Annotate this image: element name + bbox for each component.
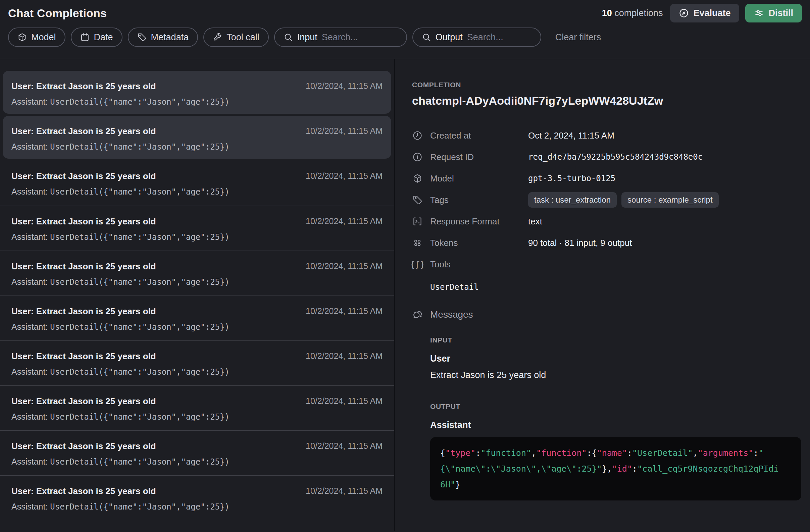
item-timestamp: 10/2/2024, 11:15 AM — [306, 486, 383, 496]
output-section-label: OUTPUT — [430, 402, 800, 411]
output-search-field[interactable] — [467, 32, 532, 43]
item-user-text: User: Extract Jason is 25 years old — [12, 441, 229, 451]
item-assistant-prefix: Assistant: — [12, 322, 48, 331]
sliders-icon — [754, 8, 764, 18]
filter-model-button[interactable]: Model — [8, 28, 65, 47]
user-message-text: Extract Jason is 25 years old — [430, 370, 800, 380]
item-assistant-prefix: Assistant: — [12, 97, 48, 106]
completion-list-item[interactable]: User: Extract Jason is 25 years old Assi… — [0, 340, 394, 385]
item-assistant-text: Assistant: UserDetail({"name":"Jason","a… — [12, 97, 229, 107]
tool-name: UserDetail — [430, 282, 800, 292]
user-role-label: User — [430, 353, 800, 364]
completion-list-item[interactable]: User: Extract Jason is 25 years old Assi… — [0, 385, 394, 430]
completion-list-item[interactable]: User: Extract Jason is 25 years old Assi… — [0, 251, 394, 296]
distill-button-label: Distill — [768, 8, 793, 18]
item-assistant-text: Assistant: UserDetail({"name":"Jason","a… — [12, 187, 229, 197]
completion-list-item[interactable]: User: Extract Jason is 25 years old Assi… — [0, 71, 394, 116]
request-id-value: req_d4e7ba759225b595c584243d9c848e0c — [528, 152, 703, 162]
page-title: Chat Completions — [8, 7, 107, 20]
tag-badge: source : example_script — [621, 192, 718, 207]
search-icon — [284, 33, 293, 42]
input-search-label: Input — [297, 32, 318, 43]
completion-list-item[interactable]: User: Extract Jason is 25 years old Assi… — [0, 296, 394, 340]
item-user-text: User: Extract Jason is 25 years old — [12, 261, 229, 272]
item-timestamp: 10/2/2024, 11:15 AM — [306, 396, 383, 406]
item-assistant-prefix: Assistant: — [12, 367, 48, 376]
clear-filters-link[interactable]: Clear filters — [555, 32, 601, 43]
output-search-pill[interactable]: Output — [412, 28, 541, 47]
compass-icon — [679, 8, 689, 18]
distill-button[interactable]: Distill — [745, 4, 802, 22]
request-id-label: Request ID — [430, 152, 474, 162]
response-format-label: Response Format — [430, 216, 500, 227]
item-assistant-code: UserDetail({"name":"Jason","age":25}) — [50, 187, 229, 197]
tokens-label: Tokens — [430, 238, 458, 248]
item-assistant-prefix: Assistant: — [12, 412, 48, 421]
completion-list-item[interactable]: User: Extract Jason is 25 years old Assi… — [0, 161, 394, 205]
created-at-value: Oct 2, 2024, 11:15 AM — [528, 131, 614, 141]
item-assistant-prefix: Assistant: — [12, 277, 48, 286]
completion-list-item[interactable]: User: Extract Jason is 25 years old Assi… — [0, 475, 394, 520]
completion-list-item[interactable]: User: Extract Jason is 25 years old Assi… — [0, 430, 394, 475]
filter-tool-call-label: Tool call — [226, 32, 259, 43]
model-label: Model — [430, 173, 454, 184]
function-braces-icon: {ƒ} — [412, 260, 423, 269]
prop-tags: Tags task : user_extraction source : exa… — [412, 189, 800, 211]
item-timestamp: 10/2/2024, 11:15 AM — [306, 261, 383, 271]
filter-metadata-label: Metadata — [151, 32, 189, 43]
item-assistant-prefix: Assistant: — [12, 232, 48, 242]
prop-tools: {ƒ} Tools — [412, 254, 800, 275]
assistant-output-code-block: {"type":"function","function":{"name":"U… — [430, 437, 801, 500]
calendar-icon — [80, 33, 90, 42]
completions-count-number: 10 — [602, 8, 612, 18]
filter-tool-call-button[interactable]: Tool call — [203, 28, 269, 47]
item-user-text: User: Extract Jason is 25 years old — [12, 216, 229, 227]
item-assistant-text: Assistant: UserDetail({"name":"Jason","a… — [12, 412, 229, 422]
assistant-role-label: Assistant — [430, 420, 800, 430]
prop-request-id: Request ID req_d4e7ba759225b595c584243d9… — [412, 146, 800, 168]
item-assistant-text: Assistant: UserDetail({"name":"Jason","a… — [12, 457, 229, 467]
filter-model-label: Model — [31, 32, 56, 43]
completion-list-item[interactable]: User: Extract Jason is 25 years old Assi… — [0, 205, 394, 251]
prop-tokens: Tokens 90 total · 81 input, 9 output — [412, 232, 800, 254]
evaluate-button[interactable]: Evaluate — [670, 4, 739, 22]
filter-date-label: Date — [94, 32, 113, 43]
item-user-text: User: Extract Jason is 25 years old — [12, 126, 229, 136]
wrench-icon — [213, 33, 222, 42]
tag-badge: task : user_extraction — [528, 192, 617, 207]
item-assistant-code: UserDetail({"name":"Jason","age":25}) — [50, 97, 229, 107]
tags-label: Tags — [430, 195, 449, 205]
prop-created-at: Created at Oct 2, 2024, 11:15 AM — [412, 125, 800, 146]
filter-metadata-button[interactable]: Metadata — [128, 28, 198, 47]
item-assistant-code: UserDetail({"name":"Jason","age":25}) — [50, 502, 229, 512]
item-timestamp: 10/2/2024, 11:15 AM — [306, 306, 383, 316]
item-user-text: User: Extract Jason is 25 years old — [12, 396, 229, 406]
output-search-label: Output — [436, 32, 463, 43]
item-assistant-code: UserDetail({"name":"Jason","age":25}) — [50, 457, 229, 467]
input-section-label: INPUT — [430, 336, 800, 344]
completions-list: User: Extract Jason is 25 years old Assi… — [0, 60, 394, 531]
input-search-field[interactable] — [322, 32, 398, 43]
item-timestamp: 10/2/2024, 11:15 AM — [306, 126, 383, 136]
prop-response-format: Response Format text — [412, 211, 800, 232]
completion-list-item[interactable]: User: Extract Jason is 25 years old Assi… — [0, 116, 394, 161]
filter-bar: Model Date Metadata Tool call Input — [8, 28, 802, 47]
search-icon — [422, 33, 431, 42]
prop-model: Model gpt-3.5-turbo-0125 — [412, 168, 800, 189]
tag-icon — [412, 195, 423, 205]
completions-count-label: completions — [614, 8, 663, 18]
item-user-text: User: Extract Jason is 25 years old — [12, 351, 229, 362]
info-icon — [412, 152, 423, 162]
response-format-value: text — [528, 216, 542, 227]
completion-section-label: COMPLETION — [412, 81, 800, 89]
item-timestamp: 10/2/2024, 11:15 AM — [306, 216, 383, 226]
input-search-pill[interactable]: Input — [274, 28, 407, 47]
item-assistant-code: UserDetail({"name":"Jason","age":25}) — [50, 412, 229, 422]
item-assistant-prefix: Assistant: — [12, 187, 48, 196]
tokens-value: 90 total · 81 input, 9 output — [528, 238, 632, 248]
item-user-text: User: Extract Jason is 25 years old — [12, 306, 229, 317]
item-timestamp: 10/2/2024, 11:15 AM — [306, 81, 383, 91]
filter-date-button[interactable]: Date — [71, 28, 123, 47]
item-assistant-code: UserDetail({"name":"Jason","age":25}) — [50, 322, 229, 332]
completion-detail-panel: COMPLETION chatcmpl-ADyAodii0NF7ig7yLepW… — [394, 60, 810, 531]
